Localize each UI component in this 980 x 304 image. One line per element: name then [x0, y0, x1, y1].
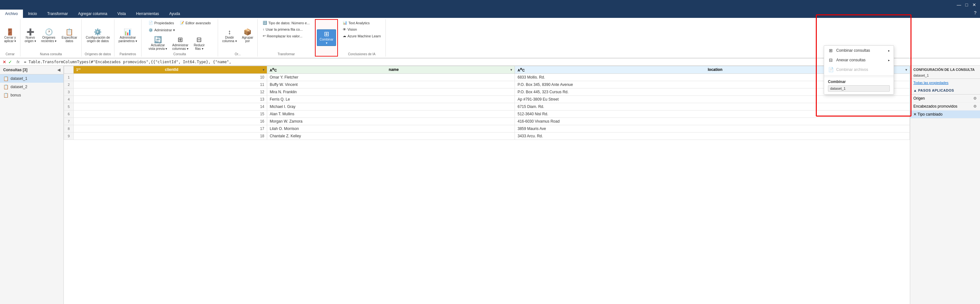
step-encabezados[interactable]: Encabezados promovidos ⚙ — [910, 102, 980, 110]
tab-vista[interactable]: Vista — [112, 10, 131, 18]
azure-ml-button[interactable]: ☁ Azure Machine Learn — [340, 33, 383, 39]
table-row: 9 18 Chantale Z. Kelley 3433 Arcu. Rd. — [64, 132, 910, 139]
sidebar-item-dataset1[interactable]: 📋 dataset_1 — [0, 74, 64, 83]
nuevo-origen-button[interactable]: ➕ Nuevoorigen ▾ — [22, 27, 38, 44]
config-origen-button[interactable]: ⚙️ Configuración deorigen de datos — [84, 27, 112, 44]
name-cell: Omar Y. Fletcher — [267, 74, 515, 81]
name-cell: Mira N. Franklin — [267, 88, 515, 96]
confirm-formula-icon[interactable]: ✓ — [8, 59, 12, 64]
dataset1-label: dataset_1 — [11, 76, 27, 81]
editor-avanzado-button[interactable]: 📝 Editor avanzado — [178, 20, 213, 26]
cerrar-icon: 🚪 — [6, 29, 14, 35]
combinar-button[interactable]: ⊞ Combinar▾ — [317, 29, 336, 46]
clientid-filter[interactable]: ▾ — [263, 68, 264, 72]
vision-button[interactable]: 👁 Vision — [340, 27, 383, 32]
administrar-button[interactable]: ⚙️ Administrar ▾ — [146, 27, 213, 33]
sidebar-item-dataset2[interactable]: 📋 dataset_2 — [0, 83, 64, 91]
main-table: 1²³ clientId ▾ ABC name ▾ — [64, 66, 910, 140]
name-cell: Ferris Q. Le — [267, 96, 515, 103]
tipo-datos-button[interactable]: 🔢 Tipo de datos: Número e... — [261, 20, 312, 26]
name-label: name — [389, 67, 398, 72]
combinar-archivos-label: Combinar archivos — [836, 67, 868, 72]
sidebar-item-bonus[interactable]: 📋 bonus — [0, 91, 64, 99]
combinar-consultas-icon: ⊞ — [828, 48, 834, 53]
clientid-cell: 12 — [74, 88, 267, 96]
row-num-cell: 4 — [64, 96, 74, 103]
name-cell: Lilah O. Morrison — [267, 125, 515, 132]
agrupar-por-button[interactable]: 📦 Agruparpor — [240, 27, 256, 44]
location-filter[interactable]: ▾ — [905, 68, 907, 72]
cerrar-group-label: Cerrar — [5, 52, 14, 56]
dividir-columna-button[interactable]: ↕ Dividircolumna ▾ — [220, 27, 239, 44]
combinar-consultas-item[interactable]: ⊞ Combinar consultas ▸ — [824, 46, 894, 55]
table-row: 2 11 Buffy W. Vincent P.O. Box 345, 8390… — [64, 81, 910, 88]
nueva-consulta-label: Nueva consulta — [40, 52, 62, 56]
step-tipo-cambiado[interactable]: ✕ Tipo cambiado — [910, 110, 980, 118]
name-filter[interactable]: ▾ — [511, 68, 512, 72]
clientid-cell: 13 — [74, 96, 267, 103]
parametros-group-label: Parámetros — [119, 52, 136, 56]
all-properties-link[interactable]: Todas las propiedades — [910, 79, 980, 86]
dropdown-separator — [824, 75, 894, 76]
bonus-icon: 📋 — [3, 93, 9, 98]
query-name: dataset_1 — [910, 72, 980, 79]
ribbon-group-ia: 📊 Text Analytics 👁 Vision ☁ Azure Machin… — [338, 19, 386, 56]
name-header: ABC name ▾ — [267, 66, 515, 74]
applied-steps-header: ▲ PASOS APLICADOS — [910, 86, 980, 94]
origenes-recientes-button[interactable]: 🕐 Orígenesrecientes ▾ — [39, 27, 59, 44]
tab-herramientas[interactable]: Herramientas — [131, 10, 164, 18]
close-button[interactable]: ✕ — [971, 2, 977, 8]
or-group-label: Or... — [235, 52, 241, 56]
name-cell: Michael I. Gray — [267, 103, 515, 110]
main-layout: Consultas [3] ◀ 📋 dataset_1 📋 dataset_2 … — [0, 66, 980, 304]
dividir-icon: ↕ — [228, 29, 231, 35]
tipo-datos-icon: 🔢 — [263, 21, 267, 25]
anexar-consultas-item[interactable]: ⊟ Anexar consultas ▸ — [824, 55, 894, 65]
row-num-cell: 2 — [64, 81, 74, 88]
admin-parametros-button[interactable]: 📊 Administrarparámetros ▾ — [116, 27, 139, 44]
clientid-type: 1²³ — [76, 68, 80, 72]
table-row: 5 14 Michael I. Gray 6715 Diam. Rd. — [64, 103, 910, 110]
especificar-datos-button[interactable]: 📋 Especificardatos — [59, 27, 80, 44]
cerrar-label: Cerrar yaplicar ▾ — [4, 36, 16, 43]
reducir-filas-button[interactable]: ⊟ Reducirfilas ▾ — [191, 35, 207, 52]
actualizar-vista-button[interactable]: 🔄 Actualizarvista previa ▾ — [146, 35, 169, 52]
maximize-button[interactable]: □ — [963, 2, 970, 8]
sidebar-collapse-button[interactable]: ◀ — [57, 68, 60, 72]
tab-transformar[interactable]: Transformar — [42, 10, 73, 18]
ribbon-group-transformar: 🔢 Tipo de datos: Número e... ↑ Usar la p… — [258, 19, 315, 56]
tab-ayuda[interactable]: Ayuda — [164, 10, 185, 18]
primera-fila-button[interactable]: ↑ Usar la primera fila co... — [261, 27, 312, 32]
ribbon-group-parametros: 📊 Administrarparámetros ▾ Parámetros — [115, 19, 142, 56]
step-encabezados-gear[interactable]: ⚙ — [973, 104, 977, 109]
combinar-section-title: Combinar — [828, 80, 890, 84]
nuevo-origen-icon: ➕ — [27, 29, 35, 35]
dataset2-label: dataset_2 — [11, 85, 27, 89]
tab-inicio[interactable]: Inicio — [23, 10, 42, 18]
table-body: 1 10 Omar Y. Fletcher 6833 Mollis. Rd. 2… — [64, 74, 910, 139]
help-button[interactable]: ? — [970, 10, 980, 16]
step-origen[interactable]: Origen ⚙ — [910, 94, 980, 102]
config-icon: ⚙️ — [94, 29, 102, 35]
location-type: ABC — [517, 67, 525, 72]
admin-columnas-button[interactable]: ⊞ Administrarcolumnas ▾ — [170, 35, 191, 52]
especificar-datos-icon: 📋 — [65, 29, 73, 35]
tab-archivo[interactable]: Archivo — [0, 10, 23, 18]
tab-agregar-columna[interactable]: Agregar columna — [73, 10, 112, 18]
reemplazar-valores-button[interactable]: ↩ Reemplazar los valor... — [261, 33, 312, 39]
cancel-formula-icon[interactable]: ✕ — [3, 59, 6, 64]
sidebar: Consultas [3] ◀ 📋 dataset_1 📋 dataset_2 … — [0, 66, 64, 304]
minimize-button[interactable]: — — [956, 2, 962, 8]
row-num-cell: 6 — [64, 110, 74, 117]
cerrar-aplicar-button[interactable]: 🚪 Cerrar yaplicar ▾ — [2, 27, 18, 44]
propiedades-button[interactable]: 📄 Propiedades — [146, 20, 176, 26]
propiedades-icon: 📄 — [149, 21, 153, 25]
rownum-header — [64, 66, 74, 74]
ia-group-label: Conclusiones de IA — [348, 52, 375, 56]
step-origen-gear[interactable]: ⚙ — [973, 96, 977, 101]
ribbon-tab-bar: Archivo Inicio Transformar Agregar colum… — [0, 10, 980, 18]
combinar-section-value: dataset_1 — [828, 85, 890, 92]
text-analytics-button[interactable]: 📊 Text Analytics — [340, 20, 383, 26]
name-cell: Chantale Z. Kelley — [267, 132, 515, 139]
actualizar-icon: 🔄 — [154, 37, 162, 43]
